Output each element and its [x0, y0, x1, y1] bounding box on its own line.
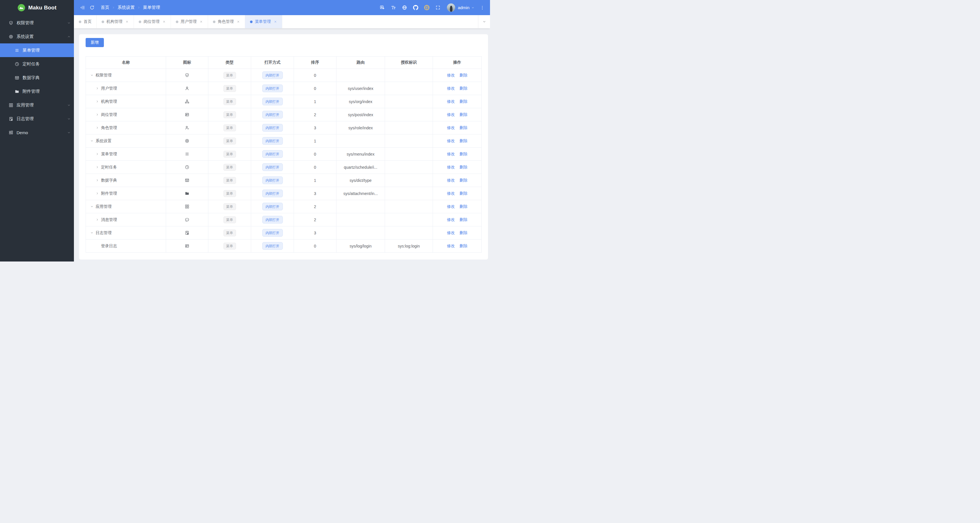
avatar[interactable]	[447, 3, 455, 12]
delete-link[interactable]: 删除	[460, 191, 468, 196]
edit-link[interactable]: 修改	[447, 204, 455, 209]
delete-link[interactable]: 删除	[460, 99, 468, 104]
expand-collapse-icon[interactable]	[95, 99, 99, 104]
delete-link[interactable]: 删除	[460, 125, 468, 130]
edit-link[interactable]: 修改	[447, 86, 455, 91]
delete-link[interactable]: 删除	[460, 165, 468, 169]
edit-link[interactable]: 修改	[447, 125, 455, 130]
close-tab-icon[interactable]	[199, 20, 203, 24]
sidebar-item[interactable]: 权限管理	[0, 16, 74, 30]
sidebar-collapse-icon[interactable]	[78, 3, 88, 12]
sidebar-subitem[interactable]: 数据字典	[0, 71, 74, 85]
sidebar-item[interactable]: 应用管理	[0, 98, 74, 112]
edit-link[interactable]: 修改	[447, 191, 455, 196]
expand-collapse-icon[interactable]	[95, 191, 99, 196]
edit-link[interactable]: 修改	[447, 230, 455, 235]
chevron-right-icon	[137, 6, 140, 9]
edit-link[interactable]: 修改	[447, 73, 455, 77]
gitee-icon[interactable]	[421, 3, 432, 13]
add-button[interactable]: 新增	[86, 38, 104, 47]
open-mode-badge: 内部打开	[262, 150, 283, 158]
delete-link[interactable]: 删除	[460, 217, 468, 222]
font-size-icon[interactable]	[388, 3, 399, 13]
close-tab-icon[interactable]	[125, 20, 129, 24]
menu-lines-icon	[185, 151, 189, 156]
edit-link[interactable]: 修改	[447, 178, 455, 182]
expand-collapse-icon[interactable]	[95, 86, 99, 91]
sidebar-item-label: 日志管理	[17, 116, 34, 122]
breadcrumb-item[interactable]: 首页	[101, 5, 109, 10]
edit-link[interactable]: 修改	[447, 165, 455, 169]
sidebar-item-label: 附件管理	[22, 89, 40, 94]
sidebar-item[interactable]: 系统设置	[0, 30, 74, 43]
expand-collapse-icon[interactable]	[95, 217, 99, 222]
sidebar-item[interactable]: Demo	[0, 126, 74, 139]
tab[interactable]: 角色管理	[208, 15, 245, 28]
translate-icon[interactable]	[377, 3, 388, 13]
delete-link[interactable]: 删除	[460, 178, 468, 182]
perm-cell	[385, 213, 433, 226]
expand-collapse-icon[interactable]	[90, 73, 94, 78]
actions-cell: 修改删除	[433, 108, 482, 121]
sidebar-subitem[interactable]: 附件管理	[0, 85, 74, 98]
delete-link[interactable]: 删除	[460, 73, 468, 77]
sidebar-subitem[interactable]: 菜单管理	[0, 43, 74, 57]
delete-link[interactable]: 删除	[460, 244, 468, 248]
kebab-menu-icon[interactable]	[477, 3, 487, 13]
delete-link[interactable]: 删除	[460, 204, 468, 209]
menu-name: 角色管理	[101, 125, 117, 131]
expand-collapse-icon[interactable]	[95, 112, 99, 117]
icon-cell	[166, 82, 208, 95]
delete-link[interactable]: 删除	[460, 112, 468, 117]
expand-collapse-icon[interactable]	[90, 230, 94, 235]
icon-cell	[166, 161, 208, 174]
open-mode-cell: 内部打开	[251, 134, 294, 148]
delete-link[interactable]: 删除	[460, 139, 468, 143]
close-tab-icon[interactable]	[237, 20, 240, 24]
menu-name: 系统设置	[95, 139, 111, 144]
refresh-icon[interactable]	[88, 3, 97, 12]
edit-link[interactable]: 修改	[447, 112, 455, 117]
github-icon[interactable]	[410, 3, 421, 13]
globe-icon[interactable]	[399, 3, 410, 13]
delete-link[interactable]: 删除	[460, 86, 468, 91]
app-logo[interactable]: Maku Boot	[0, 0, 74, 15]
expand-collapse-icon[interactable]	[95, 151, 99, 156]
delete-link[interactable]: 删除	[460, 230, 468, 235]
expand-collapse-icon[interactable]	[95, 178, 99, 183]
expand-collapse-icon[interactable]	[90, 139, 94, 143]
edit-link[interactable]: 修改	[447, 151, 455, 156]
open-mode-cell: 内部打开	[251, 148, 294, 161]
fullscreen-icon[interactable]	[432, 3, 444, 13]
username[interactable]: admin	[458, 5, 469, 10]
breadcrumb-item[interactable]: 系统设置	[118, 5, 135, 10]
tab[interactable]: 机构管理	[97, 15, 134, 28]
tab-dropdown-button[interactable]	[478, 15, 490, 28]
perm-cell: sys:log:login	[385, 239, 433, 253]
tab[interactable]: 用户管理	[171, 15, 208, 28]
expand-collapse-icon[interactable]	[95, 165, 99, 170]
sidebar-subitem[interactable]: 定时任务	[0, 57, 74, 71]
tab[interactable]: 岗位管理	[134, 15, 171, 28]
folder-icon	[14, 89, 19, 94]
actions-cell: 修改删除	[433, 134, 482, 148]
tab[interactable]: 首页	[74, 15, 97, 28]
table-header-row: 名称图标类型打开方式排序路由授权标识操作	[86, 56, 482, 69]
edit-link[interactable]: 修改	[447, 217, 455, 222]
sidebar-item-label: 应用管理	[17, 102, 34, 108]
delete-link[interactable]: 删除	[460, 151, 468, 156]
edit-link[interactable]: 修改	[447, 244, 455, 248]
tab[interactable]: 菜单管理	[245, 15, 282, 28]
type-badge: 菜单	[223, 124, 236, 131]
actions-cell: 修改删除	[433, 174, 482, 187]
shield-check-icon	[9, 21, 13, 26]
close-tab-icon[interactable]	[162, 20, 166, 24]
edit-link[interactable]: 修改	[447, 99, 455, 104]
close-tab-icon[interactable]	[274, 20, 277, 24]
edit-link[interactable]: 修改	[447, 139, 455, 143]
expand-collapse-icon[interactable]	[95, 125, 99, 130]
expand-collapse-icon[interactable]	[90, 204, 94, 209]
chevron-down-icon[interactable]	[471, 6, 474, 10]
type-badge: 菜单	[223, 190, 236, 197]
sidebar-item[interactable]: 日志管理	[0, 112, 74, 126]
